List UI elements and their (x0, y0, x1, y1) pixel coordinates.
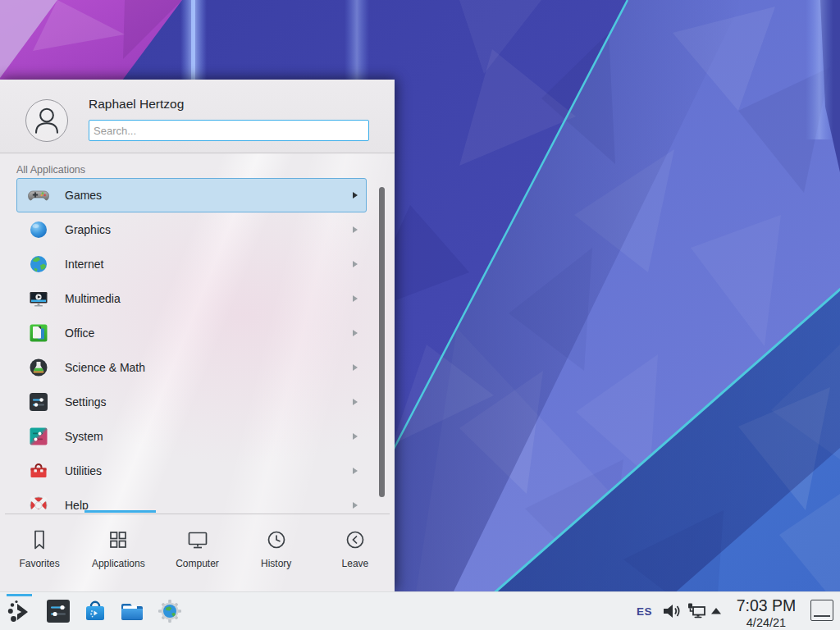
network-icon[interactable] (686, 600, 707, 622)
volume-icon[interactable] (661, 600, 682, 622)
active-tab-indicator (84, 510, 156, 513)
menu-item-graphics[interactable]: Graphics (16, 212, 367, 247)
dolphin-taskbar-button[interactable] (118, 597, 146, 625)
menu-item-label: System (65, 430, 103, 443)
submenu-arrow-icon (351, 329, 359, 337)
launcher-button[interactable] (6, 597, 34, 625)
digital-clock[interactable]: 7:03 PM 4/24/21 (728, 595, 804, 628)
computer-icon (185, 527, 210, 552)
menu-item-label: Graphics (65, 223, 111, 236)
discover-taskbar-button[interactable] (81, 597, 109, 625)
keyboard-layout-indicator[interactable]: ES (637, 605, 652, 618)
graphics-icon (27, 218, 50, 241)
desktop: Raphael Hertzog All Applications (0, 0, 840, 630)
menu-item-utilities[interactable]: Utilities (16, 454, 367, 488)
application-launcher-menu: Raphael Hertzog All Applications (0, 80, 395, 591)
tab-history[interactable]: History (237, 514, 316, 591)
menu-item-label: Office (65, 326, 94, 340)
office-icon (27, 322, 50, 345)
submenu-arrow-icon (351, 363, 359, 372)
tab-computer[interactable]: Computer (158, 514, 236, 591)
tab-label: History (261, 558, 291, 569)
menu-item-settings[interactable]: Settings (16, 385, 367, 419)
konqueror-taskbar-button[interactable] (156, 597, 184, 625)
games-icon (27, 184, 50, 207)
leave-icon (343, 527, 368, 552)
menu-item-label: Multimedia (65, 292, 121, 305)
history-icon (264, 527, 289, 552)
menu-item-games[interactable]: Games (16, 178, 367, 212)
discover-icon (81, 597, 109, 625)
tab-label: Computer (176, 558, 219, 569)
internet-icon (27, 253, 50, 276)
menu-item-label: Games (65, 189, 102, 202)
expand-tray-caret-icon[interactable] (709, 604, 724, 619)
submenu-arrow-icon (351, 432, 359, 441)
system-settings-icon (44, 597, 72, 625)
tab-bar: Favorites Applications C (0, 514, 395, 591)
submenu-arrow-icon (351, 260, 359, 268)
system-icon (27, 425, 50, 448)
file-manager-icon (118, 597, 146, 625)
clock-time: 7:03 PM (728, 598, 804, 614)
user-name: Raphael Hertzog (89, 97, 184, 112)
submenu-arrow-icon (351, 294, 359, 303)
science-icon (27, 356, 50, 379)
submenu-arrow-icon (351, 501, 359, 509)
settings-icon (27, 390, 50, 413)
tab-label: Leave (342, 558, 369, 569)
kde-launcher-icon (6, 597, 34, 625)
system-settings-taskbar-button[interactable] (44, 597, 72, 625)
taskbar: ES 7:03 PM 4/24/21 (0, 591, 840, 630)
menu-item-internet[interactable]: Internet (16, 247, 367, 281)
avatar[interactable] (25, 99, 68, 142)
multimedia-icon (27, 287, 50, 310)
submenu-arrow-icon (351, 191, 359, 199)
tab-label: Favorites (19, 558, 59, 569)
tab-applications[interactable]: Applications (79, 514, 158, 591)
user-icon (26, 100, 67, 141)
tab-favorites[interactable]: Favorites (0, 514, 79, 591)
submenu-arrow-icon (351, 398, 359, 406)
menu-item-label: Help (65, 499, 89, 509)
clock-date: 4/24/21 (728, 617, 804, 629)
menu-item-office[interactable]: Office (16, 316, 367, 350)
help-icon (27, 494, 50, 509)
tab-label: Applications (92, 558, 145, 569)
web-browser-icon (156, 597, 184, 625)
launcher-header: Raphael Hertzog (0, 80, 395, 153)
menu-item-multimedia[interactable]: Multimedia (16, 281, 367, 316)
menu-item-label: Internet (65, 258, 103, 271)
menu-item-label: Science & Math (65, 361, 145, 374)
menu-item-label: Utilities (65, 464, 102, 477)
active-task-indicator (7, 594, 32, 596)
submenu-arrow-icon (351, 467, 359, 475)
favorites-icon (27, 527, 52, 552)
submenu-arrow-icon (351, 226, 359, 234)
tab-leave[interactable]: Leave (316, 514, 395, 591)
section-label: All Applications (16, 164, 85, 176)
show-desktop-button[interactable] (810, 600, 833, 621)
category-list: Games Graphics (0, 178, 395, 509)
applications-icon (106, 527, 130, 552)
scrollbar[interactable] (379, 187, 385, 497)
menu-item-label: Settings (65, 395, 107, 409)
utilities-icon (27, 459, 50, 482)
menu-item-science-math[interactable]: Science & Math (16, 350, 367, 385)
menu-item-system[interactable]: System (16, 419, 367, 454)
menu-item-help[interactable]: Help (16, 488, 367, 509)
search-input[interactable] (89, 120, 369, 141)
